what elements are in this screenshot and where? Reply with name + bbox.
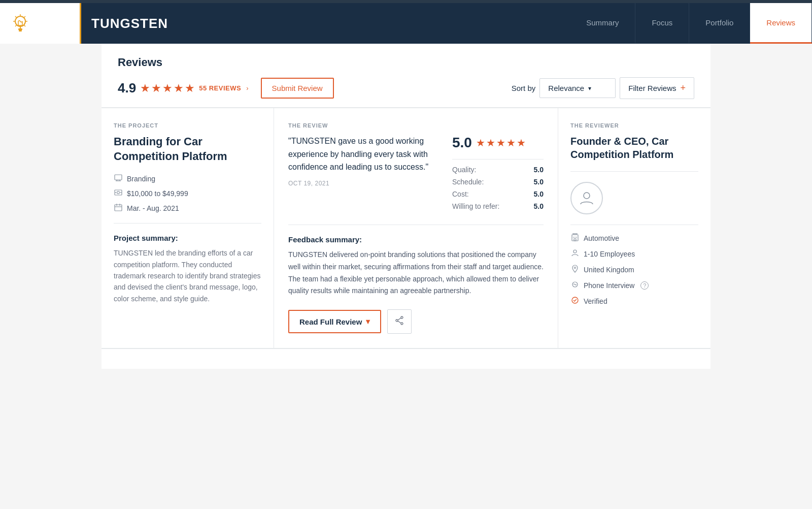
cost-score: Cost: 5.0 xyxy=(452,190,544,198)
project-dates-text: Mar. - Aug. 2021 xyxy=(127,204,179,212)
logo-container xyxy=(0,3,81,44)
score-star-4: ★ xyxy=(506,137,516,149)
svg-point-43 xyxy=(573,250,577,253)
reviewer-industry-text: Automotive xyxy=(584,234,619,242)
review-scores: 5.0 ★ ★ ★ ★ ★ Quality: 5.0 xyxy=(452,135,544,214)
willing-value: 5.0 xyxy=(534,202,544,210)
nav-summary[interactable]: Summary xyxy=(570,3,635,44)
score-star-1: ★ xyxy=(476,137,485,149)
overall-score: 5.0 xyxy=(452,135,472,151)
star-3: ★ xyxy=(162,82,173,95)
star-5: ★ xyxy=(185,82,195,95)
source-info-icon[interactable]: ? xyxy=(640,281,649,290)
svg-point-28 xyxy=(401,316,403,319)
reviewer-name: Founder & CEO, Car Competition Platform xyxy=(570,135,698,172)
building-icon xyxy=(570,233,580,243)
reviewer-meta: Automotive 1-10 Employees xyxy=(570,233,698,306)
branding-icon xyxy=(114,174,123,183)
filter-label: Filter Reviews xyxy=(628,84,676,92)
reviewer-source-text: Phone Interview xyxy=(584,281,634,290)
review-column: THE REVIEW "TUNGSTEN gave us a good work… xyxy=(274,108,558,348)
reviewer-divider xyxy=(570,225,698,225)
reviewer-location-text: United Kingdom xyxy=(584,266,634,274)
reviews-controls: 4.9 ★ ★ ★ ★ ★ 55 REVIEWS › Submit Review… xyxy=(118,77,694,99)
svg-rect-14 xyxy=(18,28,22,30)
willing-label: Willing to refer: xyxy=(452,202,499,210)
reviews-title: Reviews xyxy=(118,56,694,69)
person-icon xyxy=(570,249,580,259)
sort-value: Relevance xyxy=(548,84,584,92)
star-1: ★ xyxy=(140,82,150,95)
brand-text: TUNGSTEN xyxy=(81,6,570,42)
project-budget: $10,000 to $49,999 xyxy=(114,188,261,198)
nav-portfolio[interactable]: Portfolio xyxy=(689,3,750,44)
review-card: THE PROJECT Branding for Car Competition… xyxy=(101,108,710,348)
read-full-review-button[interactable]: Read Full Review ▾ xyxy=(288,310,381,333)
location-icon xyxy=(570,265,580,274)
rating-summary: 4.9 ★ ★ ★ ★ ★ 55 REVIEWS › xyxy=(118,80,249,96)
logo-icon xyxy=(8,11,32,36)
reviewer-location: United Kingdom xyxy=(570,265,698,274)
svg-point-21 xyxy=(117,192,120,194)
svg-line-31 xyxy=(398,318,401,320)
svg-rect-42 xyxy=(574,239,576,241)
sort-dropdown[interactable]: Relevance ▾ xyxy=(539,78,616,98)
project-budget-text: $10,000 to $49,999 xyxy=(127,189,188,198)
project-summary-label: Project summary: xyxy=(114,234,261,242)
submit-review-button[interactable]: Submit Review xyxy=(261,78,334,99)
project-service-text: Branding xyxy=(127,175,155,183)
reviewer-column: THE REVIEWER Founder & CEO, Car Competit… xyxy=(558,108,710,348)
reviewer-avatar xyxy=(570,182,603,214)
cost-label: Cost: xyxy=(452,190,469,198)
nav-reviews[interactable]: Reviews xyxy=(750,3,812,44)
project-meta: Branding $10,000 to $49,999 xyxy=(114,174,261,224)
svg-rect-16 xyxy=(115,175,122,180)
project-service: Branding xyxy=(114,174,261,183)
svg-line-32 xyxy=(398,321,401,323)
willing-score: Willing to refer: 5.0 xyxy=(452,202,544,210)
svg-rect-24 xyxy=(115,205,122,211)
main-nav: Summary Focus Portfolio Reviews xyxy=(570,3,812,44)
review-count[interactable]: 55 REVIEWS xyxy=(199,84,241,92)
review-date: OCT 19, 2021 xyxy=(288,180,438,187)
project-dates: Mar. - Aug. 2021 xyxy=(114,203,261,213)
verified-check-icon xyxy=(570,296,580,306)
score-star-3: ★ xyxy=(496,137,505,149)
rating-number: 4.9 xyxy=(118,80,136,96)
header: TUNGSTEN Summary Focus Portfolio Reviews xyxy=(0,3,812,44)
quality-label: Quality: xyxy=(452,166,476,174)
reviewer-verified-text: Verified xyxy=(584,297,607,305)
project-summary-text: TUNGSTEN led the branding efforts of a c… xyxy=(114,247,261,304)
phone-icon xyxy=(570,280,580,290)
svg-rect-15 xyxy=(19,30,22,31)
reviewer-industry: Automotive xyxy=(570,233,698,243)
score-divider xyxy=(452,159,544,160)
review-section-label: THE REVIEW xyxy=(288,122,544,129)
svg-point-33 xyxy=(584,193,590,199)
project-title: Branding for Car Competition Platform xyxy=(114,135,261,164)
budget-icon xyxy=(114,188,123,198)
filter-plus-icon: + xyxy=(680,83,686,93)
svg-point-30 xyxy=(401,323,403,325)
sort-chevron-down-icon: ▾ xyxy=(588,85,607,92)
sort-container: Sort by Relevance ▾ Filter Reviews + xyxy=(512,77,694,99)
share-icon xyxy=(395,316,404,325)
rating-stars: ★ ★ ★ ★ ★ xyxy=(140,82,195,95)
reviewer-company-size: 1-10 Employees xyxy=(570,249,698,259)
nav-focus[interactable]: Focus xyxy=(635,3,689,44)
svg-point-44 xyxy=(574,267,576,269)
sort-label: Sort by xyxy=(512,84,536,92)
next-review-card-partial xyxy=(101,348,710,369)
filter-reviews-button[interactable]: Filter Reviews + xyxy=(620,77,694,99)
schedule-score: Schedule: 5.0 xyxy=(452,178,544,186)
quality-score: Quality: 5.0 xyxy=(452,166,544,174)
reviews-header: Reviews 4.9 ★ ★ ★ ★ ★ 55 REVIEWS › Submi… xyxy=(101,44,710,108)
reviewer-verified: Verified xyxy=(570,296,698,306)
share-button[interactable] xyxy=(387,309,412,334)
score-star-5: ★ xyxy=(517,137,526,149)
read-full-chevron-icon: ▾ xyxy=(366,317,370,326)
reviewer-company-size-text: 1-10 Employees xyxy=(584,250,635,258)
svg-point-46 xyxy=(572,297,578,303)
star-4: ★ xyxy=(174,82,184,95)
project-column: THE PROJECT Branding for Car Competition… xyxy=(101,108,274,348)
